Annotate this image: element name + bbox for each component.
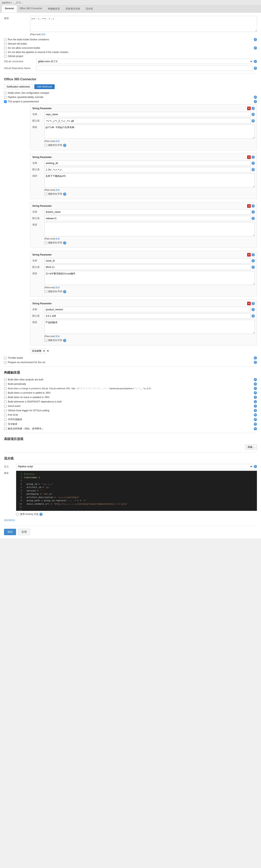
notifications-webhooks-button[interactable]: Notification webhooks	[4, 84, 33, 89]
param-delete-0[interactable]: ✕	[247, 106, 251, 110]
param-name-input-2[interactable]	[45, 209, 251, 215]
trigger-snapshot-info[interactable]: ?	[254, 400, 257, 403]
param-delete-3[interactable]: ✕	[247, 253, 251, 256]
param-clear-checkbox-0[interactable]	[45, 144, 47, 147]
cb-gerrit[interactable]	[4, 405, 7, 407]
param-clear-info-1[interactable]: ?	[63, 192, 66, 196]
checkbox-concurrent[interactable]	[4, 47, 7, 50]
pipeline-syntax-link[interactable]: 流水线语法	[4, 519, 257, 522]
prepare-env-info-icon[interactable]: ?	[254, 361, 257, 364]
add-param-caret-icon[interactable]: ▼	[47, 349, 49, 352]
description-add-link[interactable]: 添加	[41, 33, 46, 35]
checkbox-pipeline-speed[interactable]	[4, 96, 7, 99]
param-desc-textarea-4[interactable]: 产品的版本	[45, 320, 255, 334]
trigger-poll-scm-info[interactable]: ?	[254, 413, 257, 416]
checkbox-docker[interactable]	[4, 38, 7, 41]
param-clear-checkbox-1[interactable]	[45, 193, 47, 195]
groovy-sandbox-info[interactable]: ?	[39, 513, 42, 516]
cb-jira-comment[interactable]	[4, 392, 7, 394]
pipeline-speed-info-icon[interactable]: ?	[254, 96, 257, 99]
gitlab-connection-info-icon[interactable]: ?	[254, 60, 257, 63]
trigger-gitlab-info[interactable]: ?	[254, 387, 257, 390]
param-clear-info-3[interactable]: ?	[63, 290, 66, 293]
trigger-gerrit-info[interactable]: ?	[254, 404, 257, 408]
apply-button[interactable]: 应用	[18, 529, 30, 535]
gitlab-repo-info-icon[interactable]: ?	[254, 67, 257, 70]
param-name-input-3[interactable]	[45, 258, 251, 264]
cb-snapshot[interactable]	[4, 401, 7, 403]
checkbox-throttle[interactable]	[4, 357, 7, 359]
checkbox-resume[interactable]	[4, 51, 7, 54]
param-name-input-0[interactable]	[45, 112, 251, 117]
param-delete-2[interactable]: ✕	[247, 204, 251, 208]
pipeline-definition-info[interactable]: ?	[254, 465, 257, 468]
param-clear-info-4[interactable]: ?	[63, 339, 66, 342]
param-default-info-4[interactable]: ?	[252, 314, 255, 317]
checkbox-groovy-sandbox[interactable]	[16, 513, 19, 516]
param-info-icon-4[interactable]: ?	[252, 302, 255, 305]
checkbox-prepare-env[interactable]	[4, 361, 7, 364]
gitlab-connection-select[interactable]: gitlab-conn-10.7.0	[36, 59, 253, 64]
param-desc-textarea-2[interactable]	[45, 222, 255, 236]
parameterized-info-icon[interactable]: ?	[254, 100, 257, 103]
add-webhook-button[interactable]: Add Webhook	[34, 84, 55, 89]
param-name-info-0[interactable]: ?	[252, 113, 255, 116]
param-name-info-3[interactable]: ?	[252, 259, 255, 262]
cb-after-others[interactable]	[4, 378, 7, 381]
trigger-jira-comment-info[interactable]: ?	[254, 391, 257, 395]
param-name-input-4[interactable]	[45, 307, 251, 312]
cb-remote[interactable]	[4, 427, 7, 430]
cb-poll-scm[interactable]	[4, 414, 7, 416]
param-add-link-3[interactable]: 添加	[55, 286, 60, 289]
param-info-icon-1[interactable]: ?	[252, 156, 255, 159]
throttle-info-icon[interactable]: ?	[254, 356, 257, 360]
param-name-info-1[interactable]: ?	[252, 162, 255, 165]
cb-security[interactable]	[4, 423, 7, 425]
checkbox-notify-job[interactable]	[4, 92, 7, 94]
param-clear-checkbox-3[interactable]	[45, 290, 47, 293]
tab-office365[interactable]: Office 365 Connector	[17, 5, 45, 12]
param-default-info-0[interactable]: ?	[252, 119, 255, 122]
param-name-info-2[interactable]: ?	[252, 210, 255, 214]
param-add-link-2[interactable]: 添加	[55, 238, 60, 240]
trigger-periodically-info[interactable]: ?	[254, 382, 257, 385]
param-add-link-1[interactable]: 添加	[55, 189, 60, 191]
concurrent-info-icon[interactable]: ?	[254, 46, 257, 50]
param-default-input-1[interactable]	[45, 167, 251, 172]
cb-scan[interactable]	[4, 418, 7, 421]
param-default-info-3[interactable]: ?	[252, 266, 255, 269]
tab-general[interactable]: General	[2, 5, 17, 12]
save-button[interactable]: 保存	[4, 529, 16, 535]
param-name-info-4[interactable]: ?	[252, 308, 255, 311]
param-default-input-2[interactable]	[45, 216, 251, 221]
cb-periodically[interactable]	[4, 383, 7, 385]
trigger-github-hook-info[interactable]: ?	[254, 409, 257, 412]
trigger-security-info[interactable]: ?	[254, 423, 257, 426]
add-param-select[interactable]: 添加参数	[30, 348, 46, 353]
description-textarea[interactable]: ↗↙↖，↘，⇽⇾↙、↗，↘	[30, 16, 257, 32]
param-info-icon-2[interactable]: ?	[252, 204, 255, 208]
param-default-info-2[interactable]: ?	[252, 217, 255, 220]
checkbox-parameterized[interactable]	[4, 100, 7, 103]
trigger-remote-info[interactable]: ?	[254, 427, 257, 430]
param-clear-checkbox-4[interactable]	[45, 339, 47, 342]
param-clear-info-2[interactable]: ?	[63, 241, 66, 245]
advanced-options-button[interactable]: 高级...	[245, 444, 257, 450]
param-delete-4[interactable]: ✕	[247, 302, 251, 305]
cb-jira-update[interactable]	[4, 396, 7, 399]
param-desc-textarea-0[interactable]: gitlab 中的git仓库名称	[45, 125, 255, 139]
param-default-input-4[interactable]	[45, 313, 251, 318]
tab-pipeline[interactable]: 流水线	[83, 5, 96, 12]
param-add-link-0[interactable]: 添加	[55, 140, 60, 142]
param-clear-checkbox-2[interactable]	[45, 242, 47, 244]
param-info-icon-0[interactable]: ?	[252, 107, 255, 110]
param-info-icon-3[interactable]: ?	[252, 253, 255, 256]
param-clear-info-0[interactable]: ?	[63, 144, 66, 147]
param-default-info-1[interactable]: ?	[252, 168, 255, 171]
gitlab-repo-input[interactable]	[36, 66, 253, 71]
tab-advanced[interactable]: 高级项目选项	[63, 5, 83, 12]
pipeline-definition-select[interactable]: Pipeline script	[16, 464, 253, 469]
pipeline-script-editor[interactable]: 1#!groovy 2timestamps { 3 4 group_id = '…	[16, 471, 257, 511]
tab-build-triggers[interactable]: 构建触发器	[45, 5, 63, 12]
param-desc-textarea-3[interactable]: Jira中要关联的Issue编号	[45, 271, 255, 285]
